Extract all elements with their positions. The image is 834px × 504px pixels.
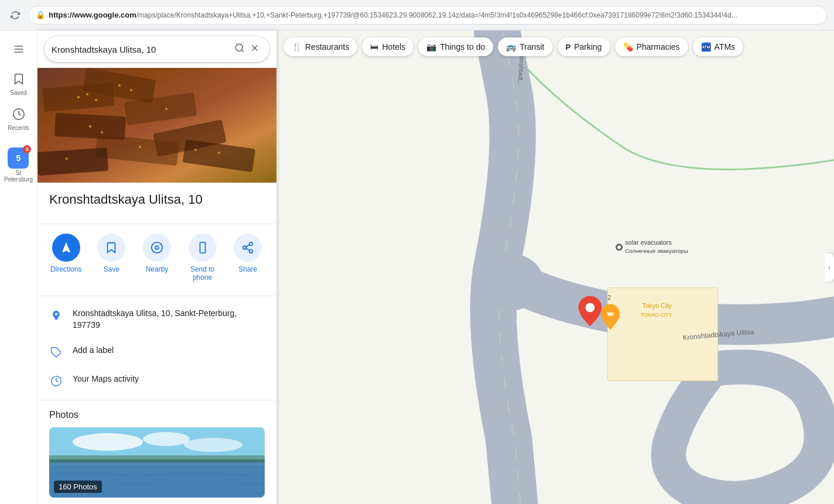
filter-atms-label: ATMs bbox=[715, 42, 736, 52]
svg-point-29 bbox=[152, 242, 162, 253]
svg-point-21 bbox=[130, 89, 132, 91]
location-icon bbox=[49, 308, 63, 323]
svg-point-34 bbox=[243, 246, 247, 249]
place-image-svg bbox=[37, 68, 276, 183]
nearby-icon-circle bbox=[143, 234, 171, 262]
svg-point-19 bbox=[95, 99, 97, 101]
address-row[interactable]: Kronshtadtskaya Ulitsa, 10, Sankt-Peterb… bbox=[37, 301, 276, 338]
things-to-do-icon: 📷 bbox=[426, 42, 436, 52]
place-info: Kronshtadtskaya Ulitsa, 10 bbox=[37, 183, 276, 224]
filter-bar: 🍴 Restaurants 🛏 Hotels 📷 Things to do 🚌 … bbox=[283, 37, 827, 56]
svg-point-57 bbox=[617, 245, 621, 249]
menu-button[interactable] bbox=[7, 37, 30, 61]
sidebar-item-recents[interactable]: Recents bbox=[2, 103, 35, 136]
send-to-phone-icon-circle bbox=[189, 234, 217, 262]
filter-restaurants[interactable]: 🍴 Restaurants bbox=[283, 37, 357, 56]
refresh-button[interactable] bbox=[7, 7, 23, 23]
svg-point-27 bbox=[139, 146, 141, 148]
svg-point-17 bbox=[77, 96, 80, 98]
avatar[interactable]: 5 5 bbox=[8, 148, 29, 169]
clear-search-button[interactable] bbox=[247, 40, 262, 59]
lock-icon: 🔒 bbox=[36, 11, 45, 19]
collapse-panel-handle[interactable]: ‹ bbox=[825, 253, 834, 282]
filter-parking-label: Parking bbox=[574, 42, 601, 52]
recents-label: Recents bbox=[8, 125, 29, 131]
send-to-phone-label: Send to phone bbox=[183, 265, 222, 282]
svg-point-23 bbox=[89, 125, 91, 128]
svg-point-42 bbox=[184, 438, 242, 452]
save-label: Save bbox=[104, 265, 119, 273]
svg-rect-1 bbox=[14, 49, 23, 50]
url-bold: https://www.google.com bbox=[49, 11, 136, 19]
bookmark-icon bbox=[12, 73, 25, 88]
svg-point-53 bbox=[586, 303, 595, 312]
sidebar-icons: Saved Recents 5 5 St Petersburg bbox=[0, 30, 37, 504]
save-icon-circle bbox=[97, 234, 125, 262]
search-input[interactable] bbox=[52, 44, 232, 54]
address-text: Kronshtadtskaya Ulitsa, 10, Sankt-Peterb… bbox=[73, 308, 265, 331]
photos-section: Photos bbox=[37, 400, 276, 504]
nearby-button[interactable]: Nearby bbox=[135, 229, 179, 286]
svg-text:Солнечные эвакуаторы: Солнечные эвакуаторы bbox=[625, 248, 688, 254]
activity-icon bbox=[49, 374, 63, 388]
filter-hotels[interactable]: 🛏 Hotels bbox=[362, 37, 413, 56]
svg-text:ТОКИО-CITY: ТОКИО-CITY bbox=[641, 312, 672, 318]
transit-icon: 🚌 bbox=[506, 42, 516, 52]
avatar-container[interactable]: 5 5 St Petersburg bbox=[4, 143, 33, 183]
photos-title: Photos bbox=[49, 410, 265, 420]
photo-count: 160 Photos bbox=[54, 481, 102, 493]
svg-line-5 bbox=[241, 50, 243, 52]
directions-label: Directions bbox=[50, 265, 81, 273]
directions-icon-circle bbox=[52, 234, 80, 262]
nearby-label: Nearby bbox=[146, 265, 169, 273]
filter-atms[interactable]: 🏧 ATMs bbox=[693, 37, 744, 56]
svg-rect-45 bbox=[49, 455, 265, 462]
filter-things-to-do[interactable]: 📷 Things to do bbox=[418, 37, 493, 56]
svg-point-41 bbox=[143, 432, 190, 446]
app-container: Saved Recents 5 5 St Petersburg bbox=[0, 30, 834, 504]
share-button[interactable]: Share bbox=[226, 229, 269, 286]
svg-point-25 bbox=[194, 149, 197, 151]
svg-point-40 bbox=[73, 433, 143, 451]
map-svg: Tokyo City ТОКИО-CITY 2 🍽 solar evac bbox=[276, 30, 834, 504]
avatar-label: St Petersburg bbox=[4, 170, 33, 183]
action-buttons: Directions Save Nearby bbox=[37, 224, 276, 296]
place-name: Kronshtadtskaya Ulitsa, 10 bbox=[49, 192, 265, 207]
search-bar[interactable] bbox=[45, 36, 269, 62]
saved-label: Saved bbox=[10, 90, 26, 96]
photo-thumbnail[interactable]: 160 Photos bbox=[49, 427, 265, 498]
search-button[interactable] bbox=[232, 40, 247, 59]
svg-line-37 bbox=[246, 245, 249, 247]
sidebar-item-saved[interactable]: Saved bbox=[2, 68, 35, 101]
label-icon bbox=[49, 345, 63, 359]
filter-pharmacies-label: Pharmacies bbox=[637, 42, 680, 52]
share-label: Share bbox=[238, 265, 257, 273]
filter-transit[interactable]: 🚌 Transit bbox=[498, 37, 552, 56]
hotel-icon: 🛏 bbox=[370, 42, 378, 52]
url-path: /maps/place/Kronshtadtskaya+Ulitsa,+10,+… bbox=[136, 11, 737, 19]
svg-point-20 bbox=[118, 84, 121, 87]
filter-pharmacies[interactable]: 💊 Pharmacies bbox=[615, 37, 688, 56]
svg-rect-46 bbox=[276, 32, 834, 502]
restaurant-icon: 🍴 bbox=[292, 42, 302, 52]
svg-point-26 bbox=[66, 157, 68, 160]
svg-text:🍽: 🍽 bbox=[607, 311, 614, 317]
map-area[interactable]: 🍴 Restaurants 🛏 Hotels 📷 Things to do 🚌 … bbox=[276, 30, 834, 504]
maps-activity-row[interactable]: Your Maps activity bbox=[37, 366, 276, 395]
send-to-phone-button[interactable]: Send to phone bbox=[181, 229, 224, 286]
filter-transit-label: Transit bbox=[519, 42, 544, 52]
avatar-badge: 5 bbox=[23, 145, 31, 153]
directions-button[interactable]: Directions bbox=[45, 229, 88, 286]
save-button[interactable]: Save bbox=[90, 229, 134, 286]
address-bar[interactable]: 🔒 https://www.google.com /maps/place/Kro… bbox=[28, 6, 827, 25]
svg-point-4 bbox=[235, 44, 242, 51]
place-image[interactable] bbox=[37, 68, 276, 183]
svg-point-33 bbox=[249, 242, 253, 246]
share-icon-circle bbox=[234, 234, 262, 262]
chevron-left-icon: ‹ bbox=[828, 263, 830, 272]
svg-point-24 bbox=[101, 131, 103, 133]
add-label-row[interactable]: Add a label bbox=[37, 338, 276, 366]
svg-rect-0 bbox=[14, 46, 23, 47]
filter-parking[interactable]: P Parking bbox=[558, 37, 610, 56]
svg-text:solar evacuators: solar evacuators bbox=[625, 239, 672, 246]
